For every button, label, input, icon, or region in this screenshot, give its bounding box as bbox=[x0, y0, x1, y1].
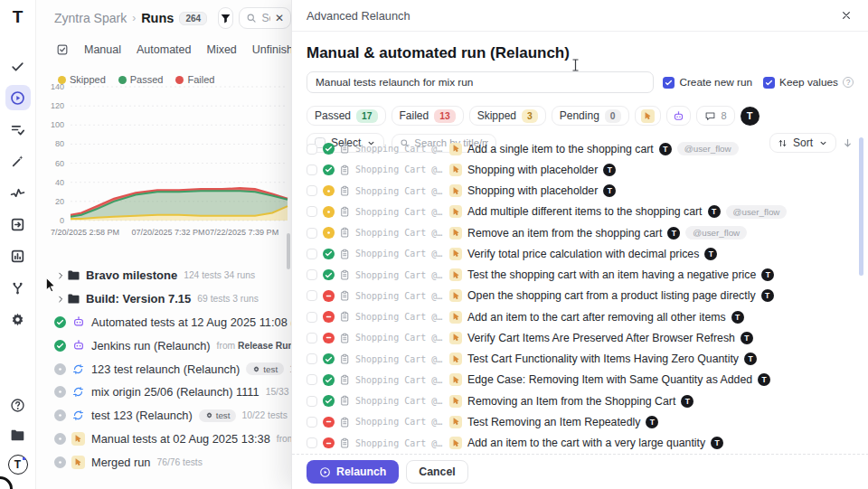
test-row[interactable]: Shopping Cart @… Shopping with placehold… bbox=[292, 181, 868, 202]
comments-filter[interactable]: 8 bbox=[696, 106, 735, 126]
run-title[interactable]: Manual tests at 02 Aug 2025 13:38 bbox=[91, 432, 270, 446]
test-title[interactable]: Shopping with placeholder bbox=[467, 164, 598, 176]
select-runs-icon[interactable] bbox=[56, 43, 69, 56]
test-row[interactable]: Shopping Cart @… Add a single item to th… bbox=[292, 138, 868, 159]
test-checkbox[interactable] bbox=[307, 417, 317, 428]
modal-scrollbar[interactable] bbox=[859, 137, 863, 276]
sidebar-item-help[interactable] bbox=[5, 392, 31, 418]
run-list-item[interactable]: Manual tests at 02 Aug 2025 13:38from Cu… bbox=[36, 428, 291, 451]
test-row[interactable]: Shopping Cart @… Removing an Item from t… bbox=[292, 390, 868, 411]
sidebar-item-branches[interactable] bbox=[5, 275, 31, 300]
option-keep-values[interactable]: Keep values ? bbox=[763, 76, 854, 89]
test-row[interactable]: Shopping Cart @… Add an item to the cart… bbox=[292, 306, 868, 327]
test-title[interactable]: Removing an Item from the Shopping Cart bbox=[467, 395, 675, 408]
run-list-item[interactable]: Bravo milestone124 tests 34 runs bbox=[36, 264, 291, 287]
run-title[interactable]: 123 test relaunch (Relaunch) bbox=[91, 362, 240, 376]
test-checkbox[interactable] bbox=[307, 206, 317, 217]
filter-failed[interactable]: Failed 13 bbox=[392, 106, 464, 126]
test-checkbox[interactable] bbox=[307, 333, 317, 343]
help-icon[interactable]: ? bbox=[843, 77, 854, 88]
test-title[interactable]: Add multiple different items to the shop… bbox=[467, 205, 703, 218]
sidebar-item-reports[interactable] bbox=[5, 243, 31, 268]
run-list-item[interactable]: mix origin 25/06 (Relaunch) 111115/33 te… bbox=[36, 381, 291, 404]
close-icon[interactable] bbox=[841, 10, 852, 21]
run-list-item[interactable]: Automated tests at 12 Aug 2025 11:08 (Re… bbox=[36, 311, 291, 334]
sidebar-item-imports[interactable] bbox=[5, 212, 31, 237]
sidebar-item-automation[interactable] bbox=[5, 148, 31, 174]
test-title[interactable]: Add an item to the cart with a very larg… bbox=[467, 437, 705, 449]
sidebar-item-settings[interactable] bbox=[5, 306, 31, 332]
assignee-avatar[interactable]: T bbox=[741, 107, 760, 126]
test-checkbox[interactable] bbox=[307, 249, 317, 259]
test-row[interactable]: Shopping Cart @… Test Cart Functionality… bbox=[292, 349, 868, 370]
test-row[interactable]: Shopping Cart @… Verify Cart Items Are P… bbox=[292, 327, 868, 348]
test-checkbox[interactable] bbox=[307, 396, 317, 407]
filter-skipped[interactable]: Skipped 3 bbox=[469, 106, 546, 126]
checkbox-checked-icon[interactable] bbox=[663, 77, 675, 89]
test-row[interactable]: Shopping Cart @… Shopping with placehold… bbox=[292, 159, 868, 180]
filter-button[interactable] bbox=[218, 7, 233, 29]
breadcrumb-project[interactable]: Zyntra Spark bbox=[54, 11, 127, 25]
test-row[interactable]: Shopping Cart @… Add an item to the cart… bbox=[292, 433, 868, 454]
filter-pending[interactable]: Pending 0 bbox=[552, 106, 629, 126]
tab-unfinished[interactable]: Unfinished bbox=[252, 43, 291, 56]
test-checkbox[interactable] bbox=[307, 437, 317, 448]
run-title[interactable]: Merged run bbox=[91, 456, 150, 469]
test-checkbox[interactable] bbox=[307, 165, 317, 175]
run-list-item[interactable]: Build: Version 7.1569 tests 3 runs bbox=[36, 287, 291, 311]
manual-tests-filter[interactable] bbox=[635, 106, 661, 126]
sidebar-item-runs[interactable] bbox=[5, 85, 31, 110]
test-row[interactable]: Shopping Cart @… Open the shopping cart … bbox=[292, 286, 868, 306]
test-checkbox[interactable] bbox=[307, 228, 317, 239]
test-checkbox[interactable] bbox=[307, 312, 317, 323]
test-title[interactable]: Remove an item from the shopping cart bbox=[467, 227, 662, 240]
run-group-title[interactable]: Bravo milestone bbox=[86, 268, 177, 282]
option-create-new-run[interactable]: Create new run bbox=[663, 76, 752, 89]
run-list-item[interactable]: Merged run76/76 tests bbox=[36, 450, 291, 474]
run-title[interactable]: Jenkins run (Relaunch) bbox=[91, 339, 211, 353]
test-row[interactable]: Shopping Cart @… Edge Case: Removing Ite… bbox=[292, 370, 868, 390]
sidebar-item-plans[interactable] bbox=[5, 117, 31, 142]
test-checkbox[interactable] bbox=[307, 353, 317, 364]
test-title[interactable]: Edge Case: Removing Item with Same Quant… bbox=[467, 373, 752, 386]
test-row[interactable]: Shopping Cart @… Test the shopping cart … bbox=[292, 265, 868, 286]
run-name-input[interactable] bbox=[307, 71, 654, 93]
tab-mixed[interactable]: Mixed bbox=[206, 43, 236, 56]
test-checkbox[interactable] bbox=[307, 144, 317, 155]
test-row[interactable]: Shopping Cart @… Test Removing an Item R… bbox=[292, 411, 868, 432]
sidebar-item-tests[interactable] bbox=[5, 53, 31, 79]
run-title[interactable]: test 123 (Relaunch) bbox=[91, 409, 193, 422]
run-group-title[interactable]: Build: Version 7.15 bbox=[86, 292, 191, 306]
runs-search-input[interactable]: Search [C ✕ bbox=[239, 7, 291, 29]
run-title[interactable]: Automated tests at 12 Aug 2025 11:08 (Re… bbox=[91, 315, 291, 329]
run-list-item[interactable]: test 123 (Relaunch)test10/22 tests bbox=[36, 404, 291, 428]
tab-manual[interactable]: Manual bbox=[84, 43, 121, 56]
test-title[interactable]: Add a single item to the shopping cart bbox=[467, 143, 654, 155]
sidebar-item-projects[interactable] bbox=[5, 422, 31, 447]
test-checkbox[interactable] bbox=[307, 185, 317, 196]
clear-search-icon[interactable]: ✕ bbox=[275, 12, 284, 24]
test-checkbox[interactable] bbox=[307, 374, 317, 385]
filter-passed[interactable]: Passed 17 bbox=[307, 106, 386, 126]
test-row[interactable]: Shopping Cart @… Add multiple different … bbox=[292, 202, 868, 222]
test-title[interactable]: Verify total price calculation with deci… bbox=[467, 248, 699, 260]
run-title[interactable]: mix origin 25/06 (Relaunch) 1111 bbox=[91, 385, 259, 399]
tab-automated[interactable]: Automated bbox=[137, 43, 191, 56]
test-title[interactable]: Add an item to the cart after removing a… bbox=[467, 311, 726, 324]
automated-tests-filter[interactable] bbox=[666, 106, 691, 126]
cancel-button[interactable]: Cancel bbox=[406, 460, 467, 484]
app-logo[interactable]: T bbox=[13, 7, 24, 27]
checkbox-checked-icon[interactable] bbox=[763, 77, 775, 89]
run-list-item[interactable]: Jenkins run (Relaunch)from Release Run 1… bbox=[36, 334, 291, 357]
test-row[interactable]: Shopping Cart @… Remove an item from the… bbox=[292, 222, 868, 243]
test-checkbox[interactable] bbox=[307, 269, 317, 280]
test-row[interactable]: Shopping Cart @… Verify total price calc… bbox=[292, 243, 868, 264]
test-title[interactable]: Shopping with placeholder bbox=[467, 184, 598, 197]
test-title[interactable]: Open the shopping cart from a product li… bbox=[467, 289, 756, 302]
test-checkbox[interactable] bbox=[307, 290, 317, 301]
sidebar-item-profile[interactable]: T bbox=[5, 452, 31, 477]
run-list-item[interactable]: 123 test relaunch (Relaunch)test15/23 te… bbox=[36, 357, 291, 381]
test-title[interactable]: Verify Cart Items Are Preserved After Br… bbox=[467, 332, 735, 344]
test-title[interactable]: Test Removing an Item Repeatedly bbox=[467, 416, 640, 428]
sidebar-item-analytics[interactable] bbox=[5, 180, 31, 205]
